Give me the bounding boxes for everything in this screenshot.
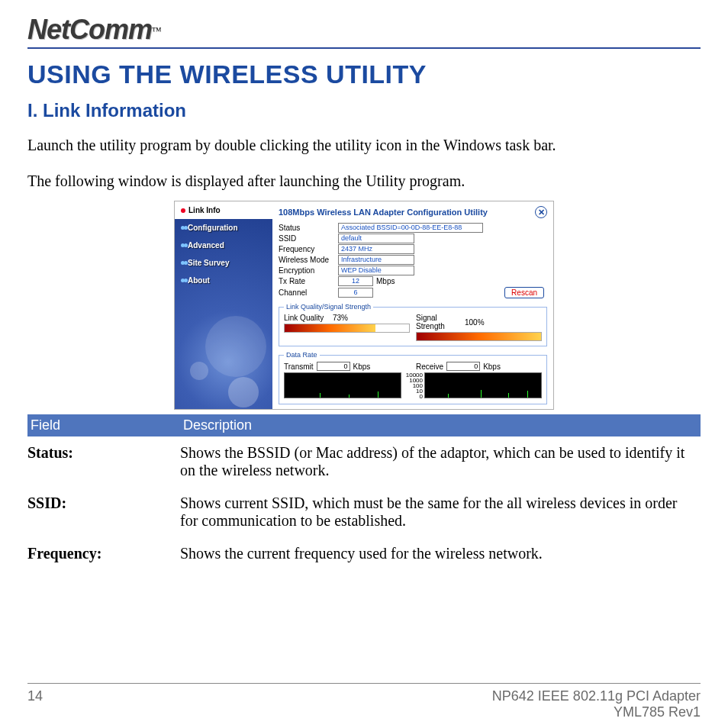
txrate-label: Tx Rate bbox=[279, 277, 338, 285]
brand-text: NetComm bbox=[27, 14, 152, 45]
intro-paragraph-2: The following window is displayed after … bbox=[27, 172, 701, 190]
decor-circle bbox=[228, 377, 259, 407]
ssid-value: default bbox=[338, 234, 414, 243]
transmit-label: Transmit bbox=[284, 362, 314, 371]
channel-value: 6 bbox=[338, 288, 373, 298]
nav-advanced[interactable]: Advanced bbox=[175, 237, 272, 254]
receive-label: Receive bbox=[416, 362, 443, 371]
field-name: Frequency: bbox=[27, 545, 180, 562]
page-footer: 14 NP642 IEEE 802.11g PCI Adapter YML785… bbox=[27, 683, 701, 720]
frequency-label: Frequency bbox=[279, 245, 338, 253]
status-label: Status bbox=[279, 224, 338, 232]
table-row: SSID: Shows current SSID, which must be … bbox=[27, 487, 701, 537]
bullet-icon bbox=[181, 261, 185, 265]
link-quality-pct: 73% bbox=[333, 314, 356, 322]
decor-circle bbox=[205, 316, 266, 377]
field-description: Shows current SSID, which must be the sa… bbox=[180, 494, 697, 530]
unit-kbps: Kbps bbox=[353, 362, 371, 371]
wireless-mode-label: Wireless Mode bbox=[279, 256, 338, 264]
field-name: SSID: bbox=[27, 494, 180, 530]
nav-label: Site Survey bbox=[188, 259, 229, 267]
encryption-label: Encryption bbox=[279, 266, 338, 275]
main-panel: 108Mbps Wireless LAN Adapter Configurati… bbox=[272, 201, 553, 409]
y-axis-ticks: 10000 1000 100 10 0 bbox=[403, 372, 423, 399]
rescan-button[interactable]: Rescan bbox=[504, 287, 544, 298]
receive-value: 0 bbox=[446, 362, 480, 371]
signal-strength-label: Signal Strength bbox=[416, 314, 460, 330]
field-description: Shows the current frequency used for the… bbox=[180, 545, 697, 562]
utility-window: Link Info Configuration Advanced Site Su… bbox=[174, 201, 554, 410]
decor-circle bbox=[190, 362, 208, 380]
wireless-mode-value: Infrastructure bbox=[338, 255, 414, 265]
group-legend: Data Rate bbox=[284, 351, 320, 359]
table-row: Status: Shows the BSSID (or Mac address)… bbox=[27, 436, 701, 487]
link-quality-bar bbox=[284, 324, 410, 333]
transmit-chart bbox=[284, 372, 401, 398]
ssid-label: SSID bbox=[279, 234, 338, 243]
trademark: ™ bbox=[152, 25, 162, 37]
nav-label: About bbox=[188, 276, 210, 285]
revision: YML785 Rev1 bbox=[492, 704, 701, 720]
table-row: Frequency: Shows the current frequency u… bbox=[27, 537, 701, 570]
receive-chart bbox=[424, 372, 542, 398]
status-value: Associated BSSID=00-0D-88-EE-E8-88 bbox=[338, 223, 483, 233]
nav-about[interactable]: About bbox=[175, 272, 272, 289]
nav-label: Configuration bbox=[188, 224, 238, 232]
txrate-unit: Mbps bbox=[376, 277, 395, 285]
data-rate-group: Data Rate Transmit0Kbps Receive0Kbps 100… bbox=[279, 351, 547, 404]
field-description-table: Field Description Status: Shows the BSSI… bbox=[27, 414, 701, 570]
transmit-value: 0 bbox=[317, 362, 350, 371]
section-heading: I. Link Information bbox=[27, 100, 701, 121]
bullet-icon bbox=[181, 226, 185, 230]
product-name: NP642 IEEE 802.11g PCI Adapter bbox=[492, 688, 701, 704]
link-quality-label: Link Quality bbox=[284, 314, 328, 322]
group-legend: Link Quality/Signal Strength bbox=[284, 303, 373, 311]
table-header-field: Field bbox=[31, 417, 183, 433]
header-rule bbox=[27, 47, 701, 49]
nav-configuration[interactable]: Configuration bbox=[175, 219, 272, 237]
sidebar: Link Info Configuration Advanced Site Su… bbox=[175, 201, 272, 409]
field-description: Shows the BSSID (or Mac address) of the … bbox=[180, 444, 697, 479]
encryption-value: WEP Disable bbox=[338, 266, 414, 275]
close-button[interactable]: ✕ bbox=[535, 206, 547, 218]
nav-link-info[interactable]: Link Info bbox=[175, 201, 272, 219]
txrate-value: 12 bbox=[338, 276, 373, 286]
nav-label: Advanced bbox=[188, 241, 224, 250]
bullet-icon bbox=[181, 279, 185, 282]
channel-label: Channel bbox=[279, 288, 338, 297]
table-header-description: Description bbox=[183, 417, 697, 433]
unit-kbps: Kbps bbox=[483, 362, 501, 371]
frequency-value: 2437 MHz bbox=[338, 244, 414, 254]
field-name: Status: bbox=[27, 444, 180, 479]
bullet-icon bbox=[181, 243, 185, 247]
nav-site-survey[interactable]: Site Survey bbox=[175, 254, 272, 272]
signal-strength-pct: 100% bbox=[465, 318, 488, 327]
intro-paragraph-1: Launch the utility program by double cli… bbox=[27, 137, 701, 154]
nav-label: Link Info bbox=[188, 206, 221, 214]
link-quality-group: Link Quality/Signal Strength Link Qualit… bbox=[279, 303, 547, 346]
bullet-icon bbox=[181, 208, 185, 213]
brand-logo: NetComm™ bbox=[27, 14, 701, 46]
signal-strength-bar bbox=[416, 332, 542, 341]
window-title: 108Mbps Wireless LAN Adapter Configurati… bbox=[279, 208, 488, 217]
page-number: 14 bbox=[27, 688, 43, 720]
page-title: USING THE WIRELESS UTILITY bbox=[27, 60, 701, 89]
